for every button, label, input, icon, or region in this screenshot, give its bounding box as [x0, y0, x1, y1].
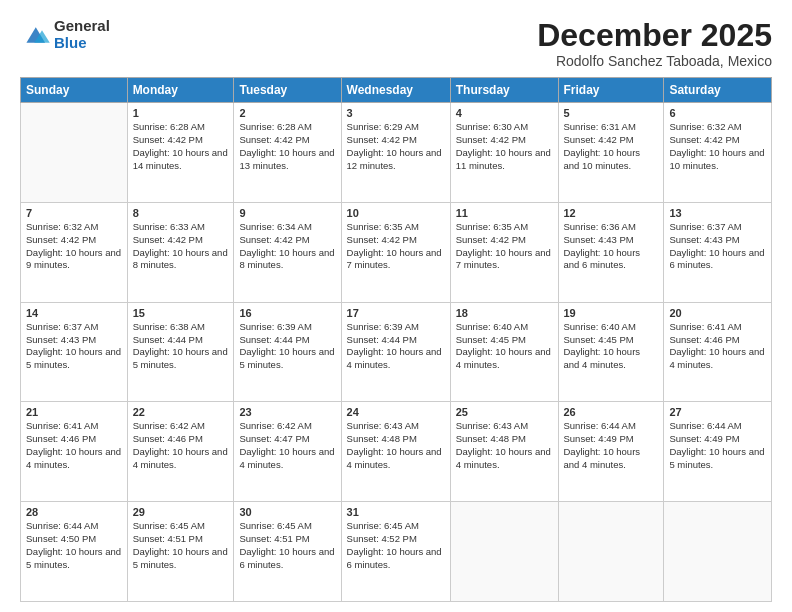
logo-blue: Blue — [54, 35, 110, 52]
calendar-header: Sunday Monday Tuesday Wednesday Thursday… — [21, 78, 772, 103]
logo-icon — [20, 21, 50, 49]
table-row: 14Sunrise: 6:37 AM Sunset: 4:43 PM Dayli… — [21, 302, 772, 402]
day-number: 7 — [26, 207, 122, 219]
main-title: December 2025 — [537, 18, 772, 53]
day-info: Sunrise: 6:30 AM Sunset: 4:42 PM Dayligh… — [456, 121, 553, 172]
day-info: Sunrise: 6:38 AM Sunset: 4:44 PM Dayligh… — [133, 321, 229, 372]
day-info: Sunrise: 6:31 AM Sunset: 4:42 PM Dayligh… — [564, 121, 659, 172]
table-cell — [450, 502, 558, 602]
logo-general: General — [54, 18, 110, 35]
header-row: Sunday Monday Tuesday Wednesday Thursday… — [21, 78, 772, 103]
day-number: 14 — [26, 307, 122, 319]
table-cell: 9Sunrise: 6:34 AM Sunset: 4:42 PM Daylig… — [234, 202, 341, 302]
table-cell: 26Sunrise: 6:44 AM Sunset: 4:49 PM Dayli… — [558, 402, 664, 502]
table-cell — [664, 502, 772, 602]
day-info: Sunrise: 6:28 AM Sunset: 4:42 PM Dayligh… — [133, 121, 229, 172]
day-number: 10 — [347, 207, 445, 219]
table-cell: 5Sunrise: 6:31 AM Sunset: 4:42 PM Daylig… — [558, 103, 664, 203]
day-number: 15 — [133, 307, 229, 319]
day-number: 5 — [564, 107, 659, 119]
table-row: 21Sunrise: 6:41 AM Sunset: 4:46 PM Dayli… — [21, 402, 772, 502]
day-number: 27 — [669, 406, 766, 418]
day-number: 30 — [239, 506, 335, 518]
day-number: 11 — [456, 207, 553, 219]
table-cell: 23Sunrise: 6:42 AM Sunset: 4:47 PM Dayli… — [234, 402, 341, 502]
table-cell: 30Sunrise: 6:45 AM Sunset: 4:51 PM Dayli… — [234, 502, 341, 602]
day-info: Sunrise: 6:28 AM Sunset: 4:42 PM Dayligh… — [239, 121, 335, 172]
day-number: 20 — [669, 307, 766, 319]
day-number: 8 — [133, 207, 229, 219]
table-cell: 8Sunrise: 6:33 AM Sunset: 4:42 PM Daylig… — [127, 202, 234, 302]
day-number: 21 — [26, 406, 122, 418]
table-cell: 28Sunrise: 6:44 AM Sunset: 4:50 PM Dayli… — [21, 502, 128, 602]
col-thursday: Thursday — [450, 78, 558, 103]
day-number: 16 — [239, 307, 335, 319]
col-sunday: Sunday — [21, 78, 128, 103]
table-row: 1Sunrise: 6:28 AM Sunset: 4:42 PM Daylig… — [21, 103, 772, 203]
day-info: Sunrise: 6:43 AM Sunset: 4:48 PM Dayligh… — [456, 420, 553, 471]
table-cell: 14Sunrise: 6:37 AM Sunset: 4:43 PM Dayli… — [21, 302, 128, 402]
day-info: Sunrise: 6:33 AM Sunset: 4:42 PM Dayligh… — [133, 221, 229, 272]
title-block: December 2025 Rodolfo Sanchez Taboada, M… — [537, 18, 772, 69]
day-number: 22 — [133, 406, 229, 418]
subtitle: Rodolfo Sanchez Taboada, Mexico — [537, 53, 772, 69]
table-cell: 25Sunrise: 6:43 AM Sunset: 4:48 PM Dayli… — [450, 402, 558, 502]
header: General Blue December 2025 Rodolfo Sanch… — [20, 18, 772, 69]
table-cell: 27Sunrise: 6:44 AM Sunset: 4:49 PM Dayli… — [664, 402, 772, 502]
table-cell: 1Sunrise: 6:28 AM Sunset: 4:42 PM Daylig… — [127, 103, 234, 203]
day-info: Sunrise: 6:41 AM Sunset: 4:46 PM Dayligh… — [26, 420, 122, 471]
table-row: 28Sunrise: 6:44 AM Sunset: 4:50 PM Dayli… — [21, 502, 772, 602]
day-info: Sunrise: 6:40 AM Sunset: 4:45 PM Dayligh… — [564, 321, 659, 372]
day-info: Sunrise: 6:43 AM Sunset: 4:48 PM Dayligh… — [347, 420, 445, 471]
table-cell: 20Sunrise: 6:41 AM Sunset: 4:46 PM Dayli… — [664, 302, 772, 402]
day-info: Sunrise: 6:45 AM Sunset: 4:51 PM Dayligh… — [239, 520, 335, 571]
table-row: 7Sunrise: 6:32 AM Sunset: 4:42 PM Daylig… — [21, 202, 772, 302]
day-info: Sunrise: 6:37 AM Sunset: 4:43 PM Dayligh… — [669, 221, 766, 272]
day-info: Sunrise: 6:37 AM Sunset: 4:43 PM Dayligh… — [26, 321, 122, 372]
day-info: Sunrise: 6:44 AM Sunset: 4:50 PM Dayligh… — [26, 520, 122, 571]
day-info: Sunrise: 6:39 AM Sunset: 4:44 PM Dayligh… — [347, 321, 445, 372]
table-cell: 4Sunrise: 6:30 AM Sunset: 4:42 PM Daylig… — [450, 103, 558, 203]
day-number: 6 — [669, 107, 766, 119]
day-number: 23 — [239, 406, 335, 418]
day-info: Sunrise: 6:44 AM Sunset: 4:49 PM Dayligh… — [564, 420, 659, 471]
table-cell: 12Sunrise: 6:36 AM Sunset: 4:43 PM Dayli… — [558, 202, 664, 302]
day-number: 3 — [347, 107, 445, 119]
day-number: 31 — [347, 506, 445, 518]
table-cell — [21, 103, 128, 203]
day-number: 18 — [456, 307, 553, 319]
day-info: Sunrise: 6:42 AM Sunset: 4:47 PM Dayligh… — [239, 420, 335, 471]
day-info: Sunrise: 6:32 AM Sunset: 4:42 PM Dayligh… — [26, 221, 122, 272]
day-number: 17 — [347, 307, 445, 319]
table-cell: 11Sunrise: 6:35 AM Sunset: 4:42 PM Dayli… — [450, 202, 558, 302]
day-number: 19 — [564, 307, 659, 319]
day-info: Sunrise: 6:36 AM Sunset: 4:43 PM Dayligh… — [564, 221, 659, 272]
day-info: Sunrise: 6:34 AM Sunset: 4:42 PM Dayligh… — [239, 221, 335, 272]
table-cell: 10Sunrise: 6:35 AM Sunset: 4:42 PM Dayli… — [341, 202, 450, 302]
col-monday: Monday — [127, 78, 234, 103]
col-wednesday: Wednesday — [341, 78, 450, 103]
day-info: Sunrise: 6:45 AM Sunset: 4:52 PM Dayligh… — [347, 520, 445, 571]
table-cell: 22Sunrise: 6:42 AM Sunset: 4:46 PM Dayli… — [127, 402, 234, 502]
table-cell — [558, 502, 664, 602]
day-info: Sunrise: 6:32 AM Sunset: 4:42 PM Dayligh… — [669, 121, 766, 172]
table-cell: 3Sunrise: 6:29 AM Sunset: 4:42 PM Daylig… — [341, 103, 450, 203]
table-cell: 24Sunrise: 6:43 AM Sunset: 4:48 PM Dayli… — [341, 402, 450, 502]
day-info: Sunrise: 6:29 AM Sunset: 4:42 PM Dayligh… — [347, 121, 445, 172]
day-number: 24 — [347, 406, 445, 418]
table-cell: 29Sunrise: 6:45 AM Sunset: 4:51 PM Dayli… — [127, 502, 234, 602]
table-cell: 31Sunrise: 6:45 AM Sunset: 4:52 PM Dayli… — [341, 502, 450, 602]
table-cell: 15Sunrise: 6:38 AM Sunset: 4:44 PM Dayli… — [127, 302, 234, 402]
table-cell: 7Sunrise: 6:32 AM Sunset: 4:42 PM Daylig… — [21, 202, 128, 302]
day-info: Sunrise: 6:35 AM Sunset: 4:42 PM Dayligh… — [347, 221, 445, 272]
day-number: 12 — [564, 207, 659, 219]
day-info: Sunrise: 6:41 AM Sunset: 4:46 PM Dayligh… — [669, 321, 766, 372]
col-tuesday: Tuesday — [234, 78, 341, 103]
day-info: Sunrise: 6:45 AM Sunset: 4:51 PM Dayligh… — [133, 520, 229, 571]
page: General Blue December 2025 Rodolfo Sanch… — [0, 0, 792, 612]
table-cell: 21Sunrise: 6:41 AM Sunset: 4:46 PM Dayli… — [21, 402, 128, 502]
table-cell: 19Sunrise: 6:40 AM Sunset: 4:45 PM Dayli… — [558, 302, 664, 402]
day-number: 26 — [564, 406, 659, 418]
day-number: 29 — [133, 506, 229, 518]
day-number: 25 — [456, 406, 553, 418]
